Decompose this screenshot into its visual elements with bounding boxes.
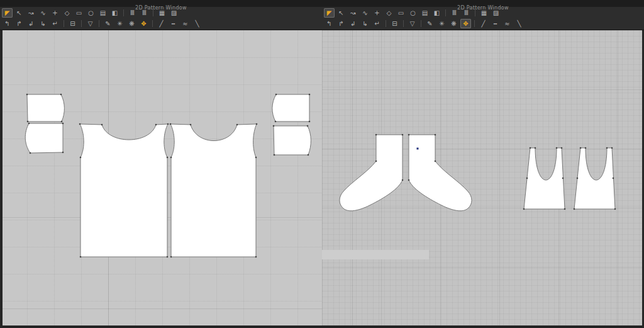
bodice-back-pattern[interactable] [170, 124, 257, 257]
pattern-point[interactable] [614, 208, 616, 210]
pleats-sewing-tool-icon[interactable]: Ⅲ [461, 8, 472, 18]
pleats-fold-tool-icon[interactable]: Ⅲ [449, 8, 460, 18]
mn-free-sewing-tool-icon[interactable]: ↳ [360, 19, 370, 28]
internal-line-tool-icon[interactable]: ╱ [478, 19, 489, 28]
basting-tool-icon[interactable]: ┅ [490, 19, 501, 28]
panel-titlebar[interactable]: 2D Pattern Window [322, 0, 644, 7]
trace-pattern-tool-icon[interactable]: ◧ [431, 8, 442, 18]
transform-move-tool-icon[interactable]: ✥ [460, 19, 471, 28]
create-internal-shape-tool-icon[interactable]: ▤ [419, 8, 430, 18]
flatten-tool-icon[interactable]: ✳ [436, 19, 447, 28]
pattern-point[interactable] [307, 125, 309, 127]
pattern-point[interactable] [375, 134, 377, 136]
pattern-point[interactable] [585, 147, 587, 149]
tank-pattern-right[interactable] [574, 148, 615, 209]
pattern-point[interactable] [408, 134, 410, 136]
pattern-point[interactable] [562, 178, 564, 179]
pattern-point[interactable] [526, 178, 528, 179]
flatten-all-tool-icon[interactable]: ❋ [448, 19, 459, 28]
pattern-point[interactable] [556, 147, 558, 149]
pattern-point[interactable] [530, 147, 531, 149]
pattern-point[interactable] [27, 121, 29, 123]
elastic-tool-icon[interactable]: ≈ [502, 19, 513, 28]
show-grid-tool-icon[interactable]: ▦ [479, 8, 489, 18]
pattern-point[interactable] [606, 147, 608, 149]
pattern-point[interactable] [577, 178, 579, 179]
pattern-point[interactable] [435, 161, 436, 162]
create-rectangle-tool-icon[interactable]: ▭ [396, 8, 406, 18]
pattern-point[interactable] [236, 124, 238, 126]
pattern-point[interactable] [613, 178, 614, 179]
reset-arrangement-tool-icon[interactable]: ▽ [407, 19, 418, 28]
create-polygon-tool-icon[interactable]: ◇ [62, 8, 72, 18]
create-circle-tool-icon[interactable]: ○ [408, 8, 418, 18]
texture-grid-tool-icon[interactable]: ▨ [169, 8, 179, 18]
flatten-tool-icon[interactable]: ✳ [114, 19, 125, 28]
pattern-point[interactable] [535, 147, 536, 149]
pattern-point[interactable] [375, 161, 377, 162]
dart-tool-icon[interactable]: ╲ [514, 19, 525, 28]
edit-curvature-tool-icon[interactable]: ↝ [26, 8, 36, 18]
pattern-point[interactable] [61, 121, 63, 123]
flatten-all-tool-icon[interactable]: ❋ [126, 19, 137, 28]
free-sewing-tool-icon[interactable]: ↱ [336, 19, 347, 28]
pattern-point[interactable] [26, 94, 28, 96]
cuff-piece-top-left[interactable] [27, 94, 64, 122]
pattern-point[interactable] [62, 123, 64, 125]
sketch-tool-icon[interactable]: ✎ [103, 19, 113, 28]
pattern-point[interactable] [170, 123, 172, 125]
pattern-point[interactable] [402, 134, 404, 136]
basting-tool-icon[interactable]: ┅ [168, 19, 179, 28]
transform-pattern-tool-icon[interactable]: ◤ [2, 8, 13, 18]
pattern-point[interactable] [170, 157, 172, 159]
pattern-point[interactable] [435, 134, 436, 136]
mn-segment-sewing-tool-icon[interactable]: ↲ [26, 19, 36, 28]
edit-curvature-tool-icon[interactable]: ↝ [348, 8, 358, 18]
edit-sewing-tool-icon[interactable]: ↵ [50, 19, 60, 28]
pattern-point[interactable] [255, 256, 257, 258]
texture-grid-tool-icon[interactable]: ▨ [491, 8, 501, 18]
pattern-point[interactable] [62, 152, 64, 154]
panel-titlebar[interactable]: 2D Pattern Window [0, 0, 322, 7]
pattern-point[interactable] [30, 152, 31, 154]
pattern-point[interactable] [611, 147, 613, 149]
edit-curve-point-tool-icon[interactable]: ∿ [360, 8, 370, 18]
pattern-point[interactable] [190, 124, 192, 126]
edit-pattern-tool-icon[interactable]: ↖ [336, 8, 347, 18]
create-polygon-tool-icon[interactable]: ◇ [384, 8, 394, 18]
pattern-point[interactable] [402, 179, 404, 181]
pattern-point[interactable] [28, 123, 30, 125]
mn-segment-sewing-tool-icon[interactable]: ↲ [348, 19, 358, 28]
pleats-fold-tool-icon[interactable]: Ⅲ [127, 8, 138, 18]
pattern-point[interactable] [255, 157, 257, 159]
pattern-point[interactable] [308, 154, 309, 156]
free-sewing-tool-icon[interactable]: ↱ [14, 19, 25, 28]
pattern-point[interactable] [167, 123, 169, 125]
pattern-point[interactable] [275, 121, 277, 123]
pattern-point[interactable] [155, 124, 157, 126]
pattern-point[interactable] [574, 208, 575, 210]
ghost-band-pattern[interactable] [322, 250, 429, 259]
pattern-point[interactable] [170, 256, 172, 258]
pattern-point[interactable] [564, 208, 566, 210]
internal-line-tool-icon[interactable]: ╱ [156, 19, 167, 28]
pattern-point[interactable] [274, 154, 275, 156]
pattern-point[interactable] [275, 94, 277, 96]
pattern-point[interactable] [408, 179, 410, 181]
show-grid-tool-icon[interactable]: ▦ [157, 8, 167, 18]
pattern-canvas-left[interactable] [0, 30, 322, 325]
add-point-split-line-tool-icon[interactable]: + [50, 8, 60, 18]
edit-pattern-tool-icon[interactable]: ↖ [14, 8, 25, 18]
reset-arrangement-tool-icon[interactable]: ▽ [85, 19, 96, 28]
dart-tool-icon[interactable]: ╲ [192, 19, 203, 28]
pattern-point[interactable] [101, 124, 103, 126]
add-point-split-line-tool-icon[interactable]: + [372, 8, 382, 18]
pattern-point[interactable] [309, 94, 311, 96]
trace-pattern-tool-icon[interactable]: ◧ [109, 8, 120, 18]
create-circle-tool-icon[interactable]: ○ [86, 8, 96, 18]
transform-move-tool-icon[interactable]: ✥ [138, 19, 149, 28]
pattern-point[interactable] [273, 125, 275, 127]
pattern-point[interactable] [79, 123, 81, 125]
pattern-point[interactable] [256, 123, 258, 125]
pattern-point[interactable] [309, 121, 311, 123]
